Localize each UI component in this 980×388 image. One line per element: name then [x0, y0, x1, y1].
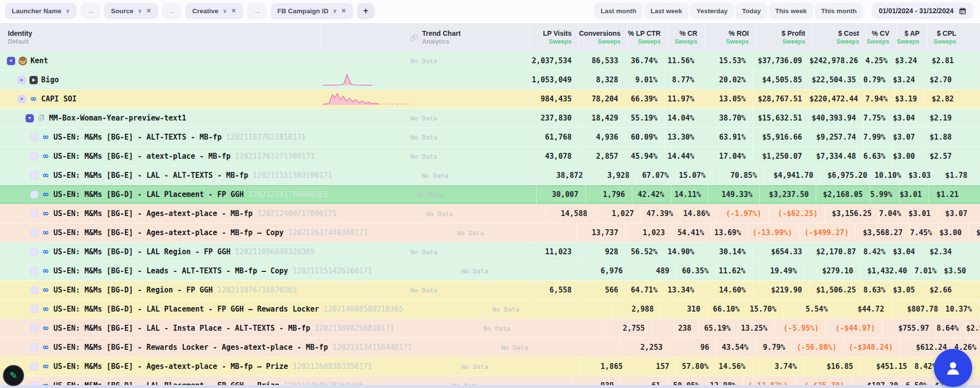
quick-range-button[interactable]: Last week	[644, 3, 689, 19]
column-header-lp-visits[interactable]: LP VisitsSweeps	[529, 23, 578, 51]
cost-cell: $3,568.27	[855, 223, 909, 242]
table-row[interactable]: ∞US-EN: M&Ms [BG-E] - Leads - ALT-TEXTS …	[0, 262, 980, 281]
table-row[interactable]: ∞US-EN: M&Ms [BG-E] - atext-place - MB-f…	[0, 147, 980, 166]
column-sublabel: Sweeps	[549, 38, 572, 46]
trend-cell: No Data	[328, 185, 536, 204]
collapse-icon[interactable]: ▾	[18, 95, 26, 103]
row-checkbox[interactable]	[30, 171, 38, 179]
date-range-picker[interactable]: 01/01/2024 - 31/12/2024	[872, 2, 973, 19]
horizontal-scrollbar[interactable]	[0, 385, 980, 388]
cr-cell: 13.30%	[664, 128, 701, 146]
cv-cell: 7.94%	[865, 90, 894, 108]
profit-cell: $15,632.51	[753, 109, 809, 127]
lp-visits-cell: 6,976	[580, 262, 629, 280]
row-checkbox[interactable]	[30, 324, 38, 332]
table-row[interactable]: ∞US-EN: M&Ms [BG-E] - LAL - Insta Place …	[0, 319, 980, 338]
table-row[interactable]: ∞US-EN: M&Ms [BG-E] - Ages-atext-place -…	[0, 223, 980, 242]
row-checkbox[interactable]	[30, 267, 38, 275]
close-icon[interactable]: ✕	[231, 7, 236, 14]
column-header-ap[interactable]: $ APSweeps	[896, 23, 927, 51]
column-header-roi[interactable]: % ROISweeps	[704, 23, 755, 51]
calendar-icon[interactable]	[959, 7, 966, 15]
row-label: US-EN: M&Ms [BG-E] - Leads - ALT-TEXTS -…	[53, 267, 288, 275]
campaign-id: 120211976716870365	[217, 286, 297, 294]
column-header-cpl[interactable]: $ CPLSweeps	[927, 23, 963, 51]
column-header-cr[interactable]: % CRSweeps	[667, 23, 704, 51]
table-row[interactable]: ∞US-EN: M&Ms [BG-E] - ALT-TEXTS - MB-fp1…	[0, 128, 980, 147]
add-filter-button[interactable]: +	[357, 3, 375, 19]
identity-cell: ∞US-EN: M&Ms [BG-E] - ALT-TEXTS - MB-fp1…	[0, 128, 321, 146]
column-sublabel: Sweeps	[598, 38, 621, 46]
cr-cell: 8.77%	[664, 71, 701, 89]
table-row[interactable]: ▾KentNo Data2,037,53486,53336.74%11.56%1…	[0, 51, 980, 71]
column-label: % CV	[872, 29, 889, 38]
row-checkbox[interactable]	[30, 343, 38, 351]
table-row[interactable]: ∞US-EN: M&Ms [BG-D] - LAL Region - FP GG…	[0, 242, 980, 262]
quick-range-button[interactable]: Today	[735, 3, 767, 19]
filter-chip[interactable]: FB Campaign ID∨✕	[271, 3, 353, 19]
user-profile-button[interactable]	[934, 349, 972, 387]
quick-range-button[interactable]: This week	[769, 3, 813, 19]
quick-range-button[interactable]: Last month	[594, 3, 643, 19]
quick-range-button[interactable]: Yesterday	[690, 3, 734, 19]
table-row[interactable]: ∞US-EN: M&Ms [BG-D] - Region - FP GGH120…	[0, 281, 980, 300]
filter-chip[interactable]: Launcher Name∨	[5, 3, 76, 19]
cost-cell: $2,170.87	[809, 242, 863, 261]
column-header-conversions[interactable]: ConversionsSweeps	[578, 23, 628, 51]
conversions-cell: 566	[578, 281, 625, 299]
column-sublabel: Default	[8, 38, 32, 46]
column-header-identity[interactable]: IdentityDefault	[0, 23, 321, 51]
close-icon[interactable]: ✕	[146, 7, 151, 14]
chevron-down-icon[interactable]: ∨	[223, 8, 227, 14]
cv-cell: 8.63%	[863, 281, 892, 299]
table-row[interactable]: ▾∞CAPI SOI984,43578,20466.39%11.97%13.05…	[0, 90, 980, 109]
no-data-label: No Data	[368, 229, 484, 237]
cpl-cell: $2.82	[924, 90, 961, 108]
column-header-lp-ctr[interactable]: % LP CTRSweeps	[628, 23, 668, 51]
row-checkbox[interactable]	[30, 248, 38, 256]
table-row[interactable]: ∞US-EN: M&Ms [BG-E] - Ages-atext-place -…	[0, 357, 980, 376]
table-row[interactable]: ∞US-EN: M&Ms [BG-E] - Ages-atext-place -…	[0, 204, 980, 223]
row-checkbox[interactable]	[30, 152, 38, 160]
close-icon[interactable]: ✕	[341, 7, 346, 14]
table-row[interactable]: ∞US-EN: M&Ms [BG-E] - Rewards Locker - A…	[0, 338, 980, 357]
collapse-icon[interactable]: ▾	[7, 57, 15, 65]
table-row[interactable]: ∞US-EN: M&Ms [BG-E] - LAL - ALT-TEXTS - …	[0, 166, 980, 185]
identity-cell: ∞US-EN: M&Ms [BG-D] - LAL Region - FP GG…	[0, 242, 321, 261]
table-row[interactable]: ▸Bigo1,053,0498,3289.01%8.77%20.02%$4,50…	[0, 71, 980, 90]
row-checkbox[interactable]	[30, 133, 38, 141]
filter-chip[interactable]: Source∨✕	[104, 3, 158, 19]
row-checkbox[interactable]	[30, 363, 38, 370]
column-header-cost[interactable]: $ CostSweeps	[812, 23, 866, 51]
collapse-icon[interactable]: ▾	[25, 114, 34, 122]
roi-cell: 38.70%	[701, 109, 753, 127]
table-row[interactable]: ▾MM-Box-Woman-Year-preview-text1No Data2…	[0, 109, 980, 128]
chevron-down-icon[interactable]: ∨	[333, 8, 337, 14]
meta-icon: ∞	[41, 324, 50, 332]
row-checkbox[interactable]	[30, 286, 38, 294]
cost-cell: $2,168.05	[816, 185, 870, 204]
table-row[interactable]: ∞US-EN: M&Ms [BG-D] - LAL Placement - FP…	[0, 300, 980, 319]
filter-chip[interactable]: Creative∨✕	[185, 3, 243, 19]
row-checkbox[interactable]	[30, 210, 38, 218]
edit-button[interactable]: ✎	[3, 365, 24, 386]
column-header-labels: % CVSweeps	[866, 29, 889, 46]
column-label: $ AP	[905, 29, 920, 38]
row-checkbox[interactable]	[30, 191, 38, 198]
lp-ctr-cell: 9.01%	[625, 71, 664, 89]
lp-ctr-cell: 56.52%	[625, 242, 664, 261]
expand-icon[interactable]: ▸	[18, 76, 26, 84]
column-header-profit[interactable]: $ ProfitSweeps	[755, 23, 812, 51]
lp-visits-cell: 984,435	[529, 90, 578, 108]
column-sublabel: Sweeps	[638, 38, 661, 46]
column-header-cv[interactable]: % CVSweeps	[866, 23, 896, 51]
meta-icon: ∞	[41, 152, 50, 160]
row-checkbox[interactable]	[30, 229, 38, 237]
chevron-down-icon[interactable]: ∨	[66, 8, 70, 14]
column-header-trend[interactable]: Trend ChartAnalytics	[321, 23, 529, 51]
lp-visits-cell: 2,253	[620, 338, 669, 357]
chevron-down-icon[interactable]: ∨	[138, 8, 142, 14]
table-row[interactable]: ∞US-EN: M&Ms [BG-D] - LAL Placement - FP…	[0, 185, 980, 204]
quick-range-button[interactable]: This month	[815, 3, 863, 19]
row-checkbox[interactable]	[30, 305, 38, 313]
